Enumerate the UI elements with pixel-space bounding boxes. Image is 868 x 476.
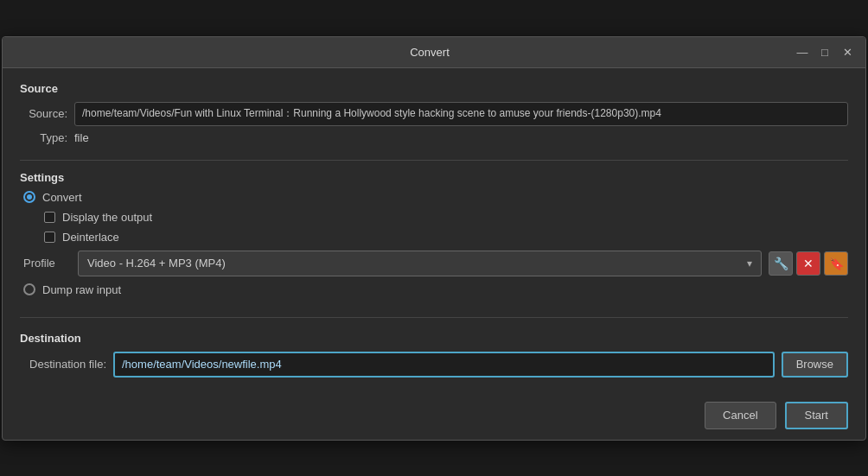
profile-row: Profile Video - H.264 + MP3 (MP4) ▾ 🔧 ✕ … <box>20 251 848 276</box>
cancel-button[interactable]: Cancel <box>705 402 775 429</box>
display-output-checkbox[interactable] <box>44 212 55 223</box>
deinterlace-label: Deinterlace <box>62 231 119 244</box>
deinterlace-row[interactable]: Deinterlace <box>20 231 848 244</box>
profile-label: Profile <box>23 257 71 270</box>
wrench-icon: 🔧 <box>774 257 788 270</box>
source-field-row: Source: <box>20 102 848 126</box>
dump-radio-row[interactable]: Dump raw input <box>20 283 848 296</box>
source-input[interactable] <box>74 102 848 126</box>
destination-section: Destination Destination file: Browse <box>20 328 848 378</box>
delete-icon: ✕ <box>803 257 814 270</box>
convert-dialog: Convert — □ ✕ Source Source: Type: file … <box>2 36 866 441</box>
destination-label: Destination file: <box>20 358 106 371</box>
source-section-title: Source <box>20 82 848 95</box>
display-output-label: Display the output <box>62 211 152 224</box>
dump-radio-label: Dump raw input <box>42 283 121 296</box>
window-title: Convert <box>65 46 795 59</box>
profile-select[interactable]: Video - H.264 + MP3 (MP4) ▾ <box>78 251 762 276</box>
profile-delete-button[interactable]: ✕ <box>796 251 820 276</box>
minimize-button[interactable]: — <box>795 44 810 60</box>
dump-radio[interactable] <box>23 283 35 295</box>
dialog-content: Source Source: Type: file Settings Conve… <box>3 68 865 391</box>
settings-section-title: Settings <box>20 171 848 184</box>
convert-radio[interactable] <box>23 191 35 203</box>
start-button[interactable]: Start <box>785 402 848 429</box>
chevron-down-icon: ▾ <box>747 257 752 270</box>
destination-input[interactable] <box>113 352 775 378</box>
display-output-row[interactable]: Display the output <box>20 211 848 224</box>
titlebar: Convert — □ ✕ <box>3 37 865 68</box>
deinterlace-checkbox[interactable] <box>44 232 55 243</box>
convert-radio-label: Convert <box>42 191 82 204</box>
settings-section: Settings Convert Display the output Dein… <box>20 171 848 307</box>
maximize-button[interactable]: □ <box>817 44 833 60</box>
destination-section-title: Destination <box>20 332 848 345</box>
convert-radio-row[interactable]: Convert <box>20 191 848 204</box>
source-section: Source Source: Type: file <box>20 82 848 161</box>
profile-new-button[interactable]: 🔖 <box>824 251 848 276</box>
destination-row: Destination file: Browse <box>20 352 848 378</box>
browse-button[interactable]: Browse <box>782 352 848 378</box>
source-label: Source: <box>20 107 67 120</box>
close-button[interactable]: ✕ <box>839 44 855 60</box>
profile-settings-button[interactable]: 🔧 <box>769 251 793 276</box>
profile-action-buttons: 🔧 ✕ 🔖 <box>769 251 848 276</box>
profile-select-value: Video - H.264 + MP3 (MP4) <box>87 257 226 270</box>
bookmark-icon: 🔖 <box>829 257 844 270</box>
window-controls: — □ ✕ <box>795 44 855 60</box>
dialog-actions: Cancel Start <box>3 391 865 440</box>
type-label: Type: <box>20 131 67 144</box>
divider <box>20 317 848 318</box>
type-value: file <box>74 131 89 144</box>
type-field-row: Type: file <box>20 131 848 144</box>
